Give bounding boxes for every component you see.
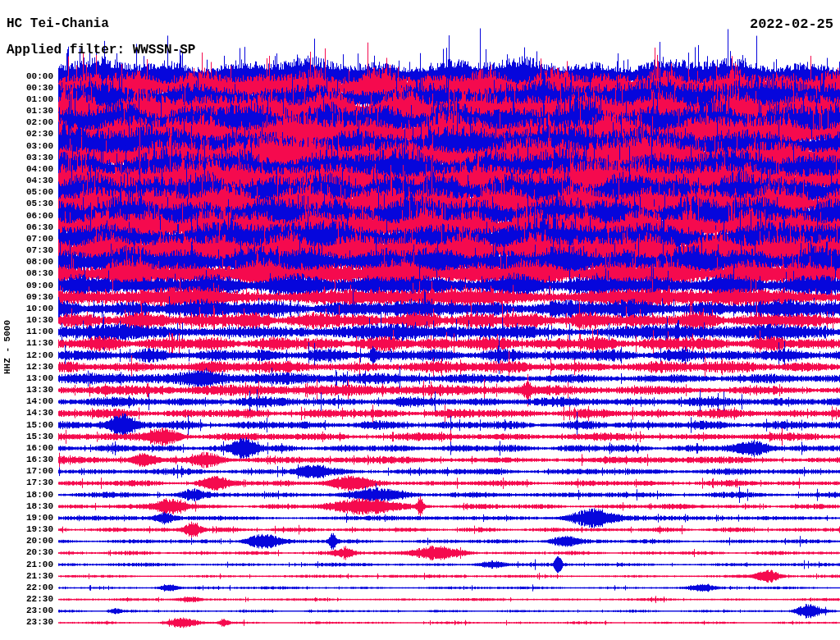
trace-time-label: 00:00 xyxy=(0,71,53,81)
trace-time-label: 02:30 xyxy=(0,129,53,139)
trace-time-label: 07:00 xyxy=(0,234,53,244)
trace-time-label: 16:00 xyxy=(0,443,53,453)
trace-time-label: 23:00 xyxy=(0,606,53,615)
trace-time-label: 06:30 xyxy=(0,222,53,232)
seismogram-plot xyxy=(0,0,840,640)
trace-time-label: 01:00 xyxy=(0,94,53,104)
trace-time-label: 03:00 xyxy=(0,141,53,151)
trace-time-label: 11:30 xyxy=(0,338,53,348)
trace-time-label: 07:30 xyxy=(0,245,53,255)
trace-time-label: 18:30 xyxy=(0,501,53,511)
trace-time-label: 18:00 xyxy=(0,490,53,500)
trace-time-label: 12:30 xyxy=(0,362,53,372)
trace-time-label: 10:30 xyxy=(0,315,53,325)
trace-time-label: 19:00 xyxy=(0,513,53,523)
time-axis-labels: 00:0000:3001:0001:3002:0002:3003:0003:30… xyxy=(0,0,53,640)
trace-time-label: 17:30 xyxy=(0,478,53,487)
trace-time-label: 20:30 xyxy=(0,547,53,557)
trace-time-label: 15:00 xyxy=(0,420,53,430)
trace-time-label: 02:00 xyxy=(0,117,53,127)
trace-time-label: 08:30 xyxy=(0,268,53,278)
trace-time-label: 03:30 xyxy=(0,153,53,162)
trace-time-label: 16:30 xyxy=(0,455,53,464)
trace-time-label: 19:30 xyxy=(0,524,53,534)
trace-time-label: 13:00 xyxy=(0,373,53,383)
plot-date: 2022-02-25 xyxy=(750,16,833,32)
trace-time-label: 14:30 xyxy=(0,408,53,418)
trace-time-label: 14:00 xyxy=(0,396,53,406)
trace-time-label: 08:00 xyxy=(0,257,53,267)
helicorder-page: HC Tei-Chania 2022-02-25 Applied filter:… xyxy=(0,0,840,640)
trace-time-label: 20:00 xyxy=(0,536,53,546)
trace-time-label: 23:30 xyxy=(0,617,53,627)
trace-time-label: 10:00 xyxy=(0,304,53,313)
trace-time-label: 13:30 xyxy=(0,385,53,395)
trace-time-label: 05:30 xyxy=(0,199,53,208)
trace-time-label: 04:30 xyxy=(0,176,53,185)
trace-time-label: 21:00 xyxy=(0,560,53,569)
trace-time-label: 22:00 xyxy=(0,583,53,592)
trace-time-label: 22:30 xyxy=(0,594,53,604)
trace-time-label: 12:00 xyxy=(0,350,53,360)
trace-time-label: 06:00 xyxy=(0,211,53,221)
trace-time-label: 00:30 xyxy=(0,83,53,93)
trace-time-label: 05:00 xyxy=(0,187,53,197)
trace-time-label: 17:00 xyxy=(0,466,53,476)
trace-time-label: 15:30 xyxy=(0,432,53,441)
trace-time-label: 04:00 xyxy=(0,164,53,174)
trace-time-label: 11:00 xyxy=(0,327,53,336)
trace-time-label: 21:30 xyxy=(0,571,53,581)
trace-time-label: 09:00 xyxy=(0,281,53,290)
trace-time-label: 01:30 xyxy=(0,106,53,116)
trace-time-label: 09:30 xyxy=(0,292,53,302)
